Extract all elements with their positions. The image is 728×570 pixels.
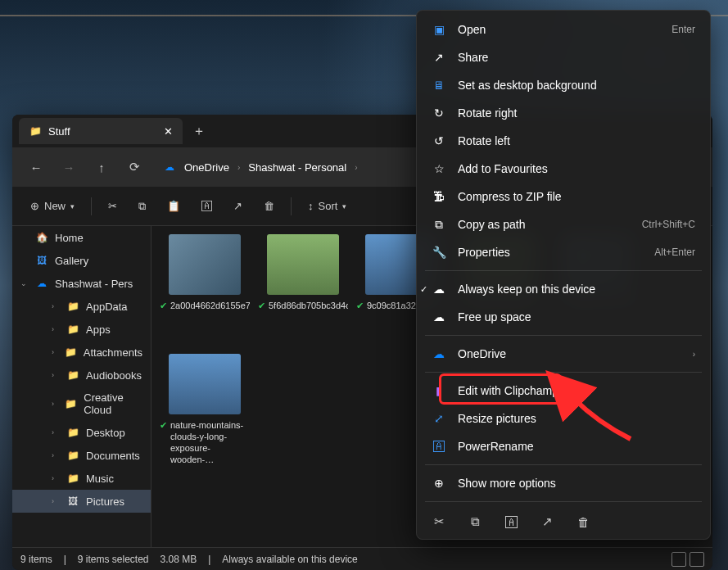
- sidebar-account[interactable]: ⌄ ☁ Shashwat - Pers: [12, 272, 151, 295]
- sidebar-item-music[interactable]: ›📁Music: [12, 467, 151, 490]
- ctx-rotate-left[interactable]: ↺ Rotate left: [422, 127, 705, 155]
- up-button[interactable]: ↑: [88, 153, 115, 181]
- sidebar-item-documents[interactable]: ›📁Documents: [12, 444, 151, 467]
- breadcrumb[interactable]: ☁ OneDrive › Shashwat - Personal ›: [163, 161, 358, 174]
- sidebar-item-label: Desktop: [86, 427, 125, 439]
- sidebar-item-apps[interactable]: ›📁Apps: [12, 318, 151, 341]
- sidebar-item-audiobooks[interactable]: ›📁Audiobooks: [12, 364, 151, 387]
- chevron-down-icon: ⌄: [20, 279, 29, 287]
- sidebar-label: Home: [55, 232, 84, 244]
- ctx-label: Add to Favourites: [458, 162, 548, 175]
- clipchamp-icon: ▮: [432, 383, 446, 398]
- ctx-compress-zip[interactable]: 🗜 Compress to ZIP file: [422, 183, 705, 210]
- ctx-copy-path[interactable]: ⧉ Copy as path Ctrl+Shift+C: [422, 210, 705, 238]
- chevron-down-icon: ▾: [342, 202, 346, 210]
- new-button[interactable]: ⊕ New ▾: [22, 195, 83, 217]
- ctx-add-favourites[interactable]: ☆ Add to Favourites: [422, 155, 705, 183]
- copy-path-icon: ⧉: [432, 217, 446, 232]
- ctx-label: Copy as path: [458, 218, 526, 231]
- sync-status-icon: ✔: [160, 300, 167, 311]
- folder-icon: 📁: [29, 124, 42, 138]
- delete-button[interactable]: 🗑: [255, 195, 283, 217]
- onedrive-icon: ☁: [432, 346, 446, 361]
- chevron-right-icon: ›: [52, 302, 60, 310]
- breadcrumb-root[interactable]: OneDrive: [184, 161, 229, 174]
- plus-circle-icon: ⊕: [30, 200, 39, 212]
- rename-icon: 🄰: [505, 515, 518, 529]
- pictures-icon: 🖼: [66, 495, 79, 508]
- gallery-icon: 🖼: [35, 254, 48, 267]
- close-tab-icon[interactable]: ✕: [164, 125, 173, 138]
- new-tab-button[interactable]: ＋: [192, 123, 206, 140]
- cut-button[interactable]: ✂: [100, 195, 125, 217]
- ctx-resize-pictures[interactable]: ⤢ Resize pictures: [422, 405, 705, 432]
- chevron-right-icon: ›: [52, 348, 58, 356]
- sidebar-home[interactable]: 🏠 Home: [12, 226, 151, 249]
- ctx-accel: Alt+Enter: [654, 247, 695, 258]
- forward-button[interactable]: →: [55, 153, 83, 181]
- ctx-onedrive[interactable]: ☁ OneDrive ›: [422, 340, 705, 368]
- folder-icon: 📁: [65, 397, 77, 410]
- chevron-right-icon: ›: [52, 325, 60, 333]
- sidebar-item-creative-cloud[interactable]: ›📁Creative Cloud: [12, 387, 151, 421]
- ctx-set-background[interactable]: 🖥 Set as desktop background: [422, 71, 705, 99]
- ctx-powerrename[interactable]: 🄰 PowerRename: [422, 432, 705, 460]
- ctx-rotate-right[interactable]: ↻ Rotate right: [422, 99, 705, 127]
- tab-stuff[interactable]: 📁 Stuff ✕: [19, 118, 183, 144]
- ctx-label: Edit with Clipchamp: [458, 384, 558, 397]
- ctx-more-options[interactable]: ⊕ Show more options: [422, 469, 705, 497]
- rename-button[interactable]: 🄰: [193, 195, 220, 217]
- sync-status-icon: ✔: [160, 419, 167, 431]
- rename-icon: 🄰: [201, 200, 212, 212]
- ctx-properties[interactable]: 🔧 Properties Alt+Enter: [422, 238, 705, 266]
- breadcrumb-path[interactable]: Shashwat - Personal: [248, 161, 346, 174]
- chevron-right-icon: ›: [237, 163, 240, 172]
- refresh-button[interactable]: ⟳: [120, 153, 148, 181]
- sidebar-item-label: Documents: [86, 450, 140, 462]
- folder-icon: 📁: [65, 346, 77, 359]
- sync-status-icon: ✔: [356, 300, 364, 311]
- copy-button[interactable]: ⧉: [130, 195, 154, 218]
- sidebar-item-attachments[interactable]: ›📁Attachments: [12, 341, 151, 364]
- folder-icon: 📁: [66, 472, 79, 485]
- ctx-rename-button[interactable]: 🄰: [502, 513, 520, 531]
- share-button[interactable]: ↗: [225, 195, 251, 217]
- ctx-cut-button[interactable]: ✂: [430, 513, 448, 531]
- view-details-button[interactable]: [671, 552, 686, 567]
- share-icon: ↗: [233, 200, 242, 212]
- status-bar: 9 items | 9 items selected 3.08 MB | Alw…: [12, 547, 712, 570]
- ctx-open[interactable]: ▣ Open Enter: [422, 16, 705, 43]
- ctx-share-button[interactable]: ↗: [538, 513, 556, 531]
- more-icon: ⊕: [432, 476, 446, 491]
- file-thumbnail[interactable]: ✔5f6d86db705bc3d4db329fd8d4e1f20b941a857…: [258, 234, 348, 346]
- file-thumbnail[interactable]: ✔2a00d4662d6155e75032c3a34229bbda0cc7ff4…: [160, 234, 250, 346]
- star-icon: ☆: [432, 161, 446, 176]
- sort-button[interactable]: ↕ Sort ▾: [300, 195, 355, 217]
- file-thumbnail[interactable]: ✔nature-mountains-clouds-y-long-exposure…: [160, 354, 250, 465]
- ctx-share[interactable]: ↗ Share: [422, 43, 705, 71]
- sidebar-item-desktop[interactable]: ›📁Desktop: [12, 421, 151, 444]
- cloud-sync-icon: ☁: [432, 282, 446, 296]
- ctx-clipchamp[interactable]: ▮ Edit with Clipchamp: [422, 377, 705, 405]
- ctx-copy-button[interactable]: ⧉: [466, 513, 484, 531]
- trash-icon: 🗑: [264, 200, 274, 212]
- ctx-always-keep[interactable]: ✓ ☁ Always keep on this device: [422, 275, 705, 303]
- ctx-label: Open: [458, 23, 486, 36]
- file-name: 5f6d86db705bc3d4db329fd8d4e1f20b941a857a…: [269, 300, 348, 311]
- sidebar-gallery[interactable]: 🖼 Gallery: [12, 249, 151, 272]
- paste-button[interactable]: 📋: [159, 195, 188, 217]
- ctx-free-space[interactable]: ☁ Free up space: [422, 303, 705, 331]
- sidebar-item-label: Audiobooks: [86, 369, 142, 382]
- new-label: New: [44, 200, 66, 212]
- scissors-icon: ✂: [108, 200, 117, 212]
- ctx-label: Always keep on this device: [458, 283, 595, 296]
- powerrename-icon: 🄰: [432, 439, 446, 454]
- onedrive-icon: ☁: [35, 277, 48, 290]
- wrench-icon: 🔧: [432, 245, 446, 260]
- sidebar-label: Gallery: [55, 255, 88, 267]
- sidebar-item-pictures[interactable]: ›🖼Pictures: [12, 490, 151, 513]
- back-button[interactable]: ←: [22, 153, 50, 181]
- sidebar-item-appdata[interactable]: ›📁AppData: [12, 295, 151, 318]
- view-large-button[interactable]: [690, 552, 704, 567]
- ctx-delete-button[interactable]: 🗑: [574, 513, 592, 531]
